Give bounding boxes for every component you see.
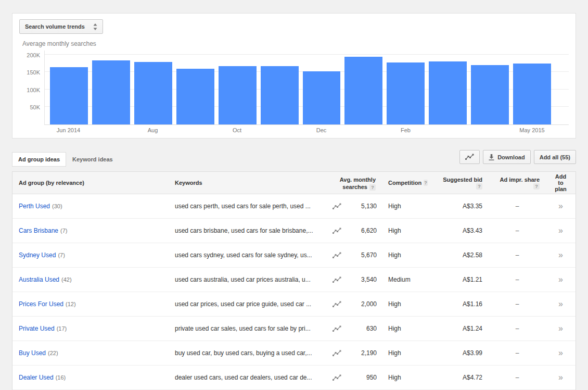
- trend-chart-icon[interactable]: [333, 228, 341, 234]
- searches-value: 5,670: [361, 251, 377, 259]
- toolbar-buttons: Download Add all (55): [459, 150, 576, 167]
- volume-bar: [134, 62, 172, 124]
- bar-slot: [134, 62, 172, 124]
- trend-chart-icon[interactable]: [333, 350, 341, 357]
- toolbar-row: Ad group ideas Keyword ideas Download Ad…: [12, 152, 576, 167]
- y-axis-label: 100K: [27, 87, 40, 93]
- keywords-cell: dealer used cars, used car dealers, used…: [169, 366, 327, 389]
- col-avg-monthly-searches[interactable]: Avg. monthly searches?: [327, 172, 382, 194]
- volume-bar: [303, 71, 341, 124]
- trend-chart-icon[interactable]: [333, 203, 341, 210]
- volume-bar: [219, 66, 257, 124]
- table-row: Buy Used(22)buy used car, buy used cars,…: [12, 341, 576, 366]
- bar-slot: [92, 60, 130, 124]
- search-volume-trends-dropdown[interactable]: Search volume trends: [19, 19, 103, 34]
- keyword-planner-page: Search volume trends Average monthly sea…: [0, 0, 588, 390]
- trend-chart-icon[interactable]: [333, 325, 341, 332]
- bar-slot: [429, 61, 467, 124]
- col-suggested-bid[interactable]: Suggested bid?: [434, 172, 489, 194]
- add-all-button[interactable]: Add all (55): [534, 150, 576, 164]
- ad-group-link[interactable]: Buy Used: [19, 349, 46, 357]
- x-axis-label: May 2015: [513, 127, 551, 134]
- ad-group-count: (16): [56, 374, 66, 381]
- ad-group-link[interactable]: Prices For Used: [19, 300, 63, 308]
- tab-keyword-ideas[interactable]: Keyword ideas: [66, 152, 119, 167]
- col-add-to-plan: Add to plan: [546, 172, 576, 194]
- table-row: Perth Used(30)used cars perth, used cars…: [12, 194, 576, 219]
- volume-bar: [344, 57, 382, 124]
- x-axis-label: Aug: [134, 127, 172, 134]
- table-row: Dealer Used(16)dealer used cars, used ca…: [12, 366, 576, 390]
- help-icon[interactable]: ?: [424, 180, 428, 186]
- ad-group-link[interactable]: Cars Brisbane: [19, 227, 58, 234]
- volume-bar: [387, 62, 425, 124]
- volume-bar: [471, 65, 509, 124]
- add-to-plan-button[interactable]: »: [558, 251, 563, 259]
- bar-slot: [50, 67, 88, 124]
- x-axis-label: [344, 127, 382, 134]
- tabs: Ad group ideas Keyword ideas: [12, 152, 119, 167]
- add-to-plan-button[interactable]: »: [558, 300, 563, 308]
- ad-group-count: (30): [52, 203, 62, 209]
- search-volume-panel: Search volume trends Average monthly sea…: [12, 13, 576, 139]
- trend-chart-icon[interactable]: [333, 252, 341, 259]
- suggested-bid-value: A$4.72: [434, 366, 489, 389]
- download-label: Download: [497, 154, 525, 160]
- help-icon[interactable]: ?: [533, 183, 540, 190]
- ad-group-count: (22): [48, 350, 58, 356]
- x-axis-label: [260, 127, 298, 134]
- bar-slot: [387, 62, 425, 124]
- trend-chart-icon[interactable]: [333, 276, 341, 283]
- keywords-cell: used cars australia, used car prices aus…: [169, 268, 327, 292]
- bar-slot: [513, 64, 551, 124]
- col-ad-impr-share[interactable]: Ad impr. share?: [489, 172, 546, 194]
- y-axis-label: 50K: [30, 104, 40, 110]
- keywords-cell: used car prices, used car price guide, u…: [169, 292, 327, 316]
- searches-value: 950: [366, 374, 377, 381]
- tab-label: Keyword ideas: [72, 156, 113, 162]
- add-to-plan-button[interactable]: »: [558, 202, 563, 210]
- ad-group-count: (42): [61, 276, 72, 283]
- ad-group-link[interactable]: Perth Used: [19, 203, 50, 210]
- trend-chart-icon[interactable]: [333, 301, 341, 308]
- download-button[interactable]: Download: [483, 150, 531, 164]
- x-axis-label: [471, 127, 509, 134]
- ad-group-link[interactable]: Private Used: [19, 325, 55, 332]
- dropdown-label: Search volume trends: [25, 23, 85, 30]
- add-to-plan-button[interactable]: »: [558, 275, 563, 284]
- col-competition[interactable]: Competition?: [382, 172, 434, 194]
- bar-slot: [261, 66, 299, 124]
- tab-label: Ad group ideas: [18, 156, 60, 162]
- ad-group-link[interactable]: Sydney Used: [19, 251, 56, 259]
- add-to-plan-button[interactable]: »: [558, 373, 563, 382]
- graph-toggle-button[interactable]: [459, 150, 480, 164]
- suggested-bid-value: A$1.21: [434, 268, 489, 292]
- add-to-plan-button[interactable]: »: [558, 227, 563, 235]
- y-axis-label: 150K: [27, 69, 40, 76]
- table-row: Australia Used(42)used cars australia, u…: [12, 268, 576, 292]
- help-icon[interactable]: ?: [369, 184, 376, 191]
- impr-share-value: –: [489, 268, 546, 292]
- col-ad-group[interactable]: Ad group (by relevance): [12, 172, 169, 194]
- x-axis-label: Jun 2014: [49, 127, 87, 134]
- chart-y-axis: 200K150K100K50K: [19, 51, 44, 125]
- help-icon[interactable]: ?: [476, 183, 482, 190]
- competition-value: High: [382, 317, 434, 341]
- searches-value: 5,130: [361, 203, 377, 210]
- add-to-plan-button[interactable]: »: [558, 349, 563, 357]
- chart-x-labels: Jun 2014AugOctDecFebMay 2015: [44, 127, 569, 134]
- tab-ad-group-ideas[interactable]: Ad group ideas: [12, 152, 66, 167]
- ad-group-ideas-table: Ad group (by relevance) Keywords Avg. mo…: [12, 171, 576, 390]
- col-keywords[interactable]: Keywords: [169, 172, 327, 194]
- bar-slot: [176, 69, 214, 124]
- y-axis-label: 200K: [27, 52, 40, 58]
- keywords-cell: buy used car, buy used cars, buying a us…: [169, 341, 327, 365]
- add-to-plan-button[interactable]: »: [558, 324, 563, 333]
- ad-group-count: (7): [58, 252, 65, 258]
- suggested-bid-value: A$1.16: [434, 292, 489, 316]
- ad-group-link[interactable]: Dealer Used: [19, 374, 54, 381]
- impr-share-value: –: [489, 243, 546, 267]
- table-row: Cars Brisbane(7)used cars brisbane, used…: [12, 219, 576, 243]
- ad-group-link[interactable]: Australia Used: [19, 276, 59, 283]
- trend-chart-icon[interactable]: [333, 374, 341, 381]
